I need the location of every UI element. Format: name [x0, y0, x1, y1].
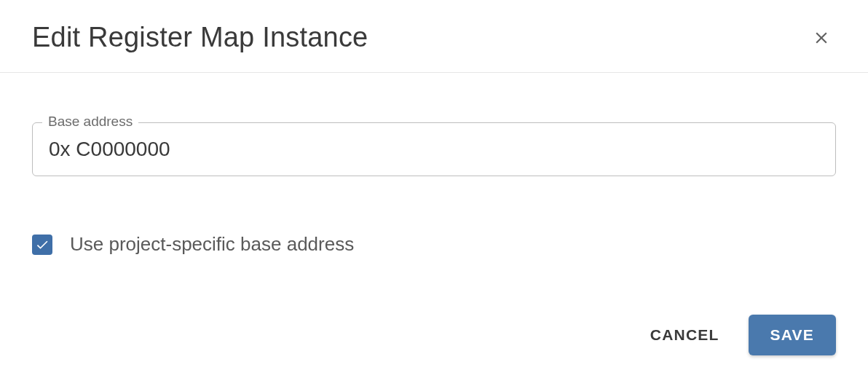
- dialog-footer: Cancel Save: [0, 315, 868, 386]
- base-address-input[interactable]: [32, 122, 836, 176]
- dialog-body: Base address Use project-specific base a…: [0, 73, 868, 315]
- edit-register-map-dialog: Edit Register Map Instance Base address …: [0, 0, 868, 386]
- close-button[interactable]: [807, 23, 836, 52]
- dialog-title: Edit Register Map Instance: [32, 22, 368, 53]
- base-address-field: Base address: [32, 122, 836, 176]
- dialog-header: Edit Register Map Instance: [0, 0, 868, 73]
- cancel-button[interactable]: Cancel: [644, 316, 725, 354]
- use-project-specific-row: Use project-specific base address: [32, 233, 836, 256]
- base-address-label: Base address: [42, 114, 138, 130]
- save-button[interactable]: Save: [749, 315, 836, 355]
- checkmark-icon: [35, 237, 50, 252]
- use-project-specific-label[interactable]: Use project-specific base address: [70, 233, 354, 256]
- use-project-specific-checkbox[interactable]: [32, 235, 52, 255]
- close-icon: [812, 28, 831, 47]
